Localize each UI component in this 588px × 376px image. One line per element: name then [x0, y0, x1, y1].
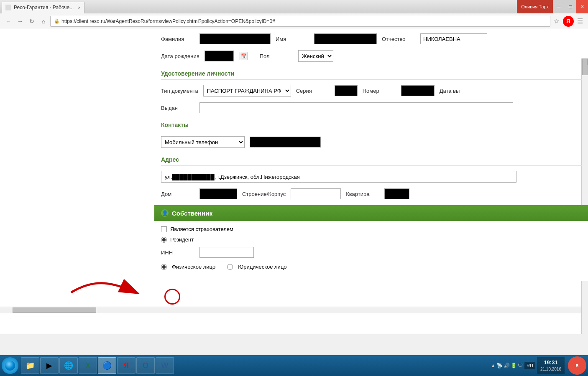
- explorer-icon: 📁: [24, 360, 36, 371]
- taskbar-app-word[interactable]: W: [156, 357, 174, 374]
- refresh-button[interactable]: ↻: [27, 16, 37, 26]
- secure-icon: 🔒: [54, 18, 60, 24]
- clock[interactable]: 19:31 21.10.2016: [537, 357, 565, 374]
- sobstvennik-banner-wrapper: 👤 Собственник: [154, 205, 588, 221]
- system-tray: ▲ 📡 🔊 🔋 🛡: [491, 363, 523, 368]
- owner-section: Является страхователем Резидент ИНН Физи…: [154, 221, 588, 281]
- data-rozhdeniya-label: Дата рождения: [161, 53, 199, 59]
- name-row: Фамилия Имя Отчество: [161, 33, 582, 44]
- back-button[interactable]: ←: [3, 16, 13, 26]
- nomer-label: Номер: [363, 88, 396, 94]
- address-text: ул.███████████, г.Дзержинск, обл.Нижегор…: [165, 174, 300, 180]
- familiya-label: Фамилия: [161, 36, 194, 42]
- fizlitso-label: Физическое лицо: [172, 264, 215, 270]
- yurlitso-label: Юридическое лицо: [238, 264, 286, 270]
- forward-button[interactable]: →: [15, 16, 25, 26]
- strakhovatel-label: Является страхователем: [170, 226, 233, 232]
- minimize-button[interactable]: ─: [553, 0, 565, 13]
- familiya-input[interactable]: [199, 33, 271, 44]
- recommend-badge: R: [568, 356, 586, 375]
- sobstvennik-label: Собственник: [172, 210, 212, 217]
- ie-icon: 🌐: [63, 360, 74, 371]
- imya-label: Имя: [276, 36, 309, 42]
- tip-documenta-label: Тип документа: [161, 88, 198, 94]
- bookmark-star-icon[interactable]: ☆: [554, 17, 560, 25]
- url-bar[interactable]: 🔒 https://client.reso.ru/WarAgentResoRu/…: [50, 16, 550, 27]
- imya-input[interactable]: [314, 33, 377, 44]
- taskbar-app-excel[interactable]: X: [79, 357, 97, 374]
- lico-type-row: Физическое лицо Юридическое лицо: [161, 264, 582, 270]
- taskbar-app-ie[interactable]: 🌐: [59, 357, 78, 374]
- taskbar-app-opera[interactable]: O: [136, 357, 155, 374]
- clock-time: 19:31: [540, 359, 561, 366]
- kvartira-label: Квартира: [346, 191, 379, 197]
- inn-input[interactable]: [199, 247, 254, 258]
- taskbar-app-yandex[interactable]: Я: [117, 357, 135, 374]
- calendar-icon[interactable]: 📅: [240, 52, 248, 60]
- network-icon: 📡: [496, 363, 503, 368]
- doc-type-row: Тип документа ПАСПОРТ ГРАЖДАНИНА РФ Друг…: [161, 85, 582, 97]
- doc-type-select[interactable]: ПАСПОРТ ГРАЖДАНИНА РФ Другой документ: [203, 85, 291, 97]
- maximize-button[interactable]: □: [565, 0, 576, 13]
- language-indicator[interactable]: RU: [524, 362, 535, 369]
- strakhovatel-row: Является страхователем: [161, 226, 582, 232]
- vydan-input[interactable]: [199, 102, 513, 113]
- taskbar: 📁 ▶ 🌐 X 🔵 Я O W ▲ 📡 🔊 🔋 🛡 RU 19:31 21.10…: [0, 355, 588, 376]
- strakhovatel-checkbox[interactable]: [161, 226, 167, 232]
- media-icon: ▶: [43, 360, 55, 371]
- menu-button[interactable]: ☰: [575, 17, 585, 25]
- browser-content: ▲ ▼ Фамилия Имя Отчество Дата рождения 📅…: [0, 29, 588, 334]
- close-button[interactable]: ✕: [576, 0, 588, 13]
- window-controls: Оливия Тарх ─ □ ✕: [517, 0, 588, 13]
- word-icon: W: [159, 360, 171, 371]
- taskbar-app-explorer[interactable]: 📁: [21, 357, 39, 374]
- udostoverenie-section-header: Удостоверение личности: [161, 68, 582, 80]
- dob-input[interactable]: [205, 51, 234, 61]
- inn-label: ИНН: [161, 249, 194, 256]
- volume-icon: 🔊: [504, 363, 510, 368]
- vydan-label: Выдан: [161, 105, 194, 111]
- recommend-text: R: [576, 363, 579, 368]
- address-details-row: Дом Строение/Корпус Квартира: [161, 188, 582, 199]
- dom-label: Дом: [161, 191, 194, 197]
- lang-text: RU: [527, 363, 533, 368]
- seriya-input[interactable]: [335, 85, 358, 96]
- dom-input[interactable]: [199, 188, 237, 199]
- start-button[interactable]: [2, 357, 18, 374]
- otchestvo-input[interactable]: [420, 33, 487, 44]
- address-bar: ← → ↻ ⌂ 🔒 https://client.reso.ru/WarAgen…: [0, 13, 588, 29]
- opera-icon: O: [140, 360, 151, 371]
- home-button[interactable]: ⌂: [38, 16, 49, 26]
- vydan-row: Выдан: [161, 102, 582, 113]
- tab-title: Ресо-Гарантия - Рабоче...: [14, 5, 74, 10]
- phone-input[interactable]: [250, 137, 321, 147]
- tab-favicon: [5, 5, 11, 10]
- stroenie-label: Строение/Корпус: [242, 191, 286, 197]
- nomer-input[interactable]: [401, 85, 435, 96]
- rezident-radio[interactable]: [161, 237, 167, 243]
- arrow-annotation: [67, 276, 159, 310]
- stroenie-input[interactable]: [291, 188, 341, 199]
- browser-tab[interactable]: Ресо-Гарантия - Рабоче... ×: [2, 2, 84, 13]
- phone-type-select[interactable]: Мобильный телефон: [161, 136, 245, 148]
- red-circle-highlight: [164, 289, 180, 305]
- pol-select[interactable]: Женский Мужской: [298, 50, 333, 62]
- up-arrow-icon: ▲: [491, 363, 496, 368]
- tab-close-button[interactable]: ×: [78, 5, 80, 10]
- yurlitso-radio[interactable]: [227, 264, 233, 270]
- birth-row: Дата рождения 📅 Пол Женский Мужской: [161, 50, 582, 62]
- address-full-input[interactable]: ул.███████████, г.Дзержинск, обл.Нижегор…: [161, 171, 516, 183]
- taskbar-app-media[interactable]: ▶: [40, 357, 59, 374]
- pol-label: Пол: [260, 53, 293, 59]
- form-area: Фамилия Имя Отчество Дата рождения 📅 Пол…: [0, 29, 588, 285]
- kvartira-input[interactable]: [384, 188, 409, 199]
- seriya-label: Серия: [296, 88, 330, 94]
- data-vydachi-label: Дата вы: [440, 88, 473, 94]
- phone-row: Мобильный телефон: [161, 136, 582, 148]
- fizlitso-radio[interactable]: [161, 264, 167, 270]
- chrome-icon: 🔵: [101, 360, 113, 371]
- user-name: Оливия Тарх: [517, 0, 553, 13]
- yandex-button[interactable]: Я: [563, 16, 574, 27]
- taskbar-app-chrome[interactable]: 🔵: [98, 357, 116, 374]
- security-icon: 🛡: [518, 363, 523, 368]
